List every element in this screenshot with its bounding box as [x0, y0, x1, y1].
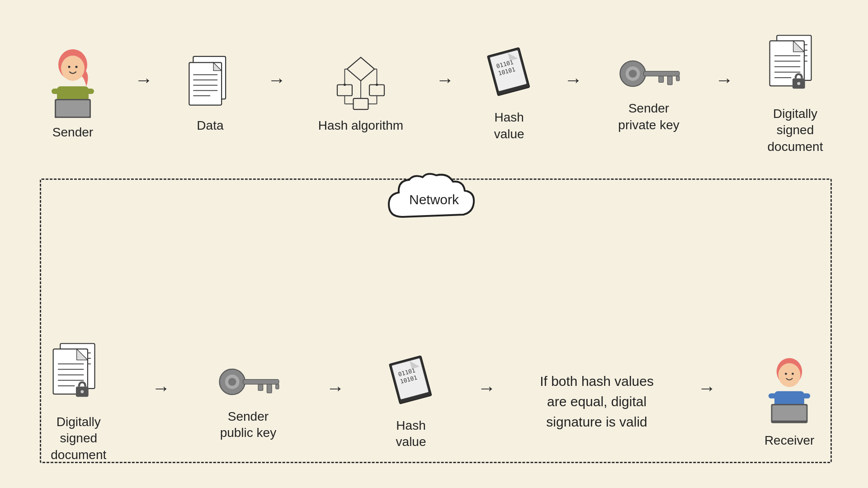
- sender-public-key-item: Senderpublic key: [214, 361, 282, 441]
- hash-value-top-item: 01101 10101 Hashvalue: [486, 44, 532, 142]
- hash-value-bottom-label: Hashvalue: [396, 418, 426, 450]
- bottom-row: Digitallysigneddocument → Senderpublic k…: [27, 340, 841, 463]
- svg-rect-45: [676, 76, 679, 81]
- arrow-4: →: [564, 69, 582, 90]
- arrow-6: →: [152, 377, 170, 399]
- diagram: Sender →: [0, 0, 868, 488]
- sender-public-key-label: Senderpublic key: [220, 408, 277, 441]
- sender-private-key-item: Senderprivate key: [615, 53, 683, 133]
- svg-point-3: [75, 66, 77, 68]
- arrow-5: →: [715, 69, 733, 90]
- hash-value-bottom-icon: 01101 10101: [388, 352, 434, 411]
- data-item: Data: [185, 52, 235, 134]
- svg-rect-23: [354, 99, 368, 109]
- signed-doc-bottom-item: Digitallysigneddocument: [49, 340, 108, 463]
- hash-value-top-label: Hashvalue: [494, 109, 524, 142]
- sender-private-key-label: Senderprivate key: [618, 100, 679, 133]
- network-cloud-icon: Network: [384, 172, 484, 235]
- svg-rect-89: [772, 405, 806, 421]
- data-label: Data: [197, 117, 223, 134]
- svg-rect-7: [52, 89, 61, 94]
- signed-doc-top-item: Digitallysigneddocument: [766, 32, 825, 155]
- data-icon: [185, 52, 235, 111]
- svg-point-58: [797, 82, 800, 85]
- svg-point-84: [778, 363, 801, 387]
- sender-item: Sender: [43, 46, 102, 141]
- svg-rect-21: [337, 85, 352, 96]
- svg-rect-77: [267, 384, 272, 393]
- svg-point-41: [629, 70, 637, 78]
- signed-doc-bottom-icon: [49, 340, 108, 408]
- signed-doc-bottom-label: Digitallysigneddocument: [51, 414, 106, 463]
- arrow-7: →: [326, 377, 344, 399]
- top-row: Sender →: [27, 32, 841, 155]
- validation-item: If both hash valuesare equal, digitalsig…: [540, 371, 654, 432]
- arrow-3: →: [436, 69, 454, 90]
- svg-marker-20: [347, 57, 375, 81]
- hash-algorithm-icon: [331, 52, 390, 111]
- hash-algorithm-label: Hash algorithm: [318, 117, 403, 134]
- svg-rect-43: [659, 76, 664, 82]
- svg-rect-42: [644, 71, 679, 76]
- signed-doc-top-icon: [766, 32, 825, 99]
- svg-rect-44: [668, 76, 673, 84]
- svg-point-33: [344, 84, 346, 86]
- sender-public-key-icon: [214, 361, 282, 402]
- svg-text:Network: Network: [409, 192, 459, 207]
- svg-point-74: [228, 378, 236, 386]
- sender-label: Sender: [52, 124, 93, 141]
- svg-rect-8: [85, 89, 94, 94]
- svg-rect-90: [769, 394, 777, 399]
- arrow-1: →: [135, 69, 153, 90]
- svg-point-1: [61, 56, 85, 81]
- network-section: Network: [384, 172, 484, 235]
- arrow-9: →: [698, 377, 716, 399]
- svg-point-85: [785, 373, 787, 375]
- hash-algorithm-item: Hash algorithm: [318, 52, 403, 134]
- receiver-item: Receiver: [760, 354, 819, 449]
- svg-point-2: [68, 66, 70, 68]
- arrow-2: →: [268, 69, 286, 90]
- sender-private-key-icon: [615, 53, 683, 94]
- svg-rect-78: [276, 384, 279, 389]
- hash-value-bottom-item: 01101 10101 Hashvalue: [388, 352, 434, 450]
- svg-point-34: [376, 84, 378, 86]
- svg-rect-6: [56, 100, 90, 117]
- svg-point-71: [80, 390, 84, 393]
- svg-rect-91: [802, 394, 810, 399]
- svg-rect-75: [243, 380, 278, 385]
- svg-point-86: [792, 373, 794, 375]
- signed-doc-top-label: Digitallysigneddocument: [768, 106, 823, 155]
- receiver-label: Receiver: [764, 432, 814, 449]
- receiver-icon: [760, 354, 819, 426]
- sender-icon: [43, 46, 102, 118]
- svg-rect-76: [258, 384, 263, 390]
- hash-value-top-icon: 01101 10101: [486, 44, 532, 103]
- svg-rect-22: [369, 85, 384, 96]
- validation-label: If both hash valuesare equal, digitalsig…: [540, 371, 654, 432]
- arrow-8: →: [478, 377, 496, 399]
